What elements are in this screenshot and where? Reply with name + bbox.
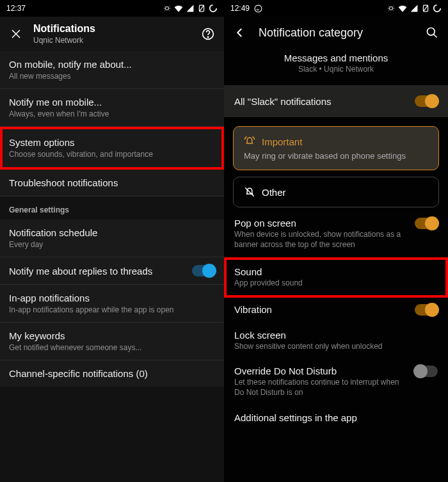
row-system-options[interactable]: System options Choose sounds, vibration,… — [0, 127, 224, 170]
svg-point-25 — [428, 28, 435, 36]
toggle-all-notifications[interactable] — [415, 95, 438, 107]
row-title: Channel-specific notifications (0) — [9, 368, 215, 379]
row-title: Pop on screen — [234, 218, 408, 229]
svg-point-24 — [434, 5, 441, 12]
row-pop-on-screen[interactable]: Pop on screen When device is unlocked, s… — [224, 211, 448, 257]
toggle-thread-replies[interactable] — [192, 265, 215, 277]
row-additional-settings[interactable]: Additional settings in the app — [224, 406, 448, 431]
whatsapp-icon — [253, 4, 262, 13]
row-sound[interactable]: Sound App provided sound — [224, 257, 448, 298]
svg-line-6 — [169, 6, 170, 7]
row-subtitle: In-app notifications appear while the ap… — [9, 305, 215, 314]
row-title: My keywords — [9, 330, 215, 341]
no-sim-icon — [421, 4, 430, 13]
signal-icon — [410, 4, 419, 13]
row-subtitle: Every day — [9, 240, 215, 249]
row-subtitle: When device is unlocked, show notificati… — [234, 230, 408, 250]
close-icon[interactable] — [9, 27, 23, 41]
status-bar: 12:49 — [224, 0, 448, 17]
row-thread-replies[interactable]: Notify me about replies to threads — [0, 257, 224, 285]
bug-icon — [387, 4, 396, 13]
row-lock-screen[interactable]: Lock screen Show sensitive content only … — [224, 323, 448, 360]
svg-line-8 — [199, 5, 204, 12]
row-subtitle: Let these notifications continue to inte… — [234, 378, 408, 398]
row-subtitle: Always, even when I'm active — [9, 109, 215, 118]
section-header-general: General settings — [0, 197, 224, 220]
row-override-dnd[interactable]: Override Do Not Disturb Let these notifi… — [224, 359, 448, 405]
no-sim-icon — [197, 4, 206, 13]
spinner-icon — [209, 4, 218, 13]
row-title: Notify me about replies to threads — [9, 266, 186, 277]
help-icon[interactable] — [201, 27, 215, 41]
row-keywords[interactable]: My keywords Get notified whenever someon… — [0, 323, 224, 360]
row-all-notifications[interactable]: All "Slack" notifications — [224, 85, 448, 117]
status-time: 12:37 — [6, 4, 26, 13]
row-title: Override Do Not Disturb — [234, 366, 408, 376]
svg-line-5 — [165, 10, 166, 11]
row-subtitle: All new messages — [9, 72, 215, 81]
svg-line-20 — [389, 10, 390, 11]
row-subtitle: App provided sound — [234, 278, 438, 289]
screen-right: 12:49 Notification category Messages and… — [224, 0, 448, 482]
row-channel-specific[interactable]: Channel-specific notifications (0) — [0, 360, 224, 387]
row-subtitle: Show sensitive content only when unlocke… — [234, 342, 438, 352]
row-title: Notify me on mobile... — [9, 97, 215, 108]
screen-left: 12:37 Notifications Uqnic Network On mob… — [0, 0, 224, 482]
row-troubleshoot[interactable]: Troubleshoot notifications — [0, 170, 224, 197]
row-title: Notification schedule — [9, 227, 215, 238]
bell-off-icon — [244, 186, 255, 198]
row-vibration[interactable]: Vibration — [224, 298, 448, 323]
bell-ring-icon — [244, 136, 255, 147]
row-subtitle: Choose sounds, vibration, and importance — [9, 150, 215, 159]
card-important[interactable]: Important May ring or vibrate based on p… — [233, 126, 439, 170]
row-title: Sound — [234, 266, 438, 277]
card-title: Important — [262, 136, 302, 147]
header-subtitle: Uqnic Network — [33, 36, 191, 45]
status-bar: 12:37 — [0, 0, 224, 17]
row-title: In-app notifications — [9, 293, 215, 303]
toggle-pop-on-screen[interactable] — [415, 218, 438, 229]
row-notify-mobile[interactable]: Notify me on mobile... Always, even when… — [0, 89, 224, 127]
svg-point-13 — [207, 36, 208, 37]
signal-icon — [186, 4, 195, 13]
bug-icon — [163, 4, 172, 13]
app-header: Notification category — [224, 17, 448, 49]
row-notify-about[interactable]: On mobile, notify me about... All new me… — [0, 51, 224, 89]
row-title: Vibration — [234, 304, 408, 315]
row-title: Troubleshoot notifications — [9, 177, 215, 188]
svg-line-18 — [389, 6, 390, 7]
svg-line-27 — [245, 188, 254, 197]
subheader: Messages and mentions Slack • Uqnic Netw… — [224, 49, 448, 83]
toggle-vibration[interactable] — [415, 304, 438, 316]
settings-list-general: Notification schedule Every day Notify m… — [0, 220, 224, 387]
svg-point-15 — [390, 7, 393, 10]
search-icon[interactable] — [425, 26, 439, 40]
toggle-override-dnd[interactable] — [415, 366, 438, 377]
subheader-title: Messages and mentions — [233, 52, 439, 63]
row-title: Additional settings in the app — [234, 412, 438, 423]
subheader-line: Slack • Uqnic Network — [233, 65, 439, 74]
card-other[interactable]: Other — [233, 177, 439, 207]
svg-line-26 — [434, 35, 437, 38]
row-title: All "Slack" notifications — [234, 96, 415, 107]
svg-line-23 — [423, 5, 428, 12]
row-subtitle: Get notified whenever someone says... — [9, 343, 215, 352]
row-schedule[interactable]: Notification schedule Every day — [0, 220, 224, 257]
card-desc: May ring or vibrate based on phone setti… — [244, 151, 428, 161]
app-header: Notifications Uqnic Network — [0, 17, 224, 51]
row-title: System options — [9, 137, 215, 148]
svg-point-9 — [210, 5, 217, 12]
settings-list: On mobile, notify me about... All new me… — [0, 51, 224, 197]
header-title: Notification category — [259, 26, 413, 40]
row-title: Lock screen — [234, 330, 438, 341]
card-title: Other — [262, 187, 286, 198]
svg-line-4 — [169, 10, 170, 11]
wifi-icon — [398, 4, 407, 13]
row-inapp[interactable]: In-app notifications In-app notification… — [0, 285, 224, 323]
back-icon[interactable] — [233, 26, 247, 40]
category-cards: Important May ring or vibrate based on p… — [224, 117, 448, 211]
svg-line-19 — [393, 10, 394, 11]
header-title: Notifications — [33, 23, 191, 35]
status-time: 12:49 — [230, 4, 250, 13]
wifi-icon — [174, 4, 183, 13]
